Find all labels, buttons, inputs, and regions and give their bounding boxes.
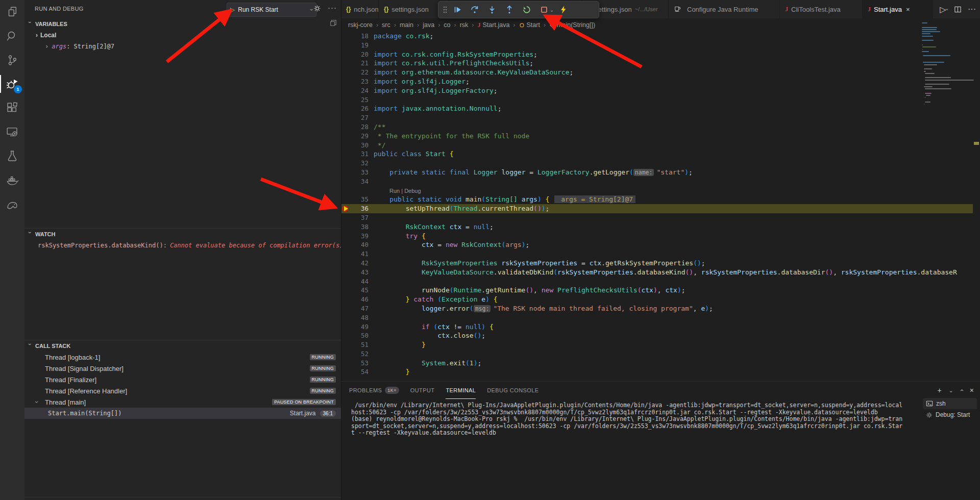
breakpoint-gutter[interactable] <box>341 59 351 68</box>
step-out-icon[interactable] <box>501 3 518 17</box>
close-icon[interactable]: × <box>906 6 910 13</box>
panel-tab-output[interactable]: OUTPUT <box>410 382 435 399</box>
panel-tab-terminal[interactable]: TERMINAL <box>446 382 476 399</box>
watch-expression-row[interactable]: rskSystemProperties.databaseKind():Canno… <box>24 240 341 251</box>
breakpoint-gutter[interactable] <box>341 349 351 359</box>
breakpoint-gutter[interactable] <box>341 77 351 86</box>
breakpoints-section[interactable]: ›BREAKPOINTS <box>24 497 341 500</box>
breakpoint-gutter[interactable] <box>341 177 351 186</box>
views-more-actions-icon[interactable]: ··· <box>328 3 337 12</box>
run-debug-codelens[interactable]: Run | Debug <box>374 188 421 194</box>
breakpoint-gutter[interactable] <box>341 286 351 295</box>
breakpoint-gutter[interactable] <box>341 104 351 113</box>
search-icon[interactable] <box>0 24 24 48</box>
breakpoint-gutter[interactable] <box>341 268 351 277</box>
breakpoint-gutter[interactable] <box>341 340 351 349</box>
breakpoint-gutter[interactable] <box>341 249 351 259</box>
breadcrumb-item[interactable]: main <box>400 21 413 29</box>
step-over-icon[interactable] <box>466 3 483 17</box>
breakpoint-gutter[interactable] <box>341 132 351 141</box>
breakpoint-gutter[interactable] <box>341 95 351 105</box>
launch-config-dropdown[interactable]: ▷ Run RSK Start › <box>227 3 316 17</box>
breadcrumb-item[interactable]: java <box>423 21 434 29</box>
breakpoint-gutter[interactable] <box>341 222 351 232</box>
breakpoint-gutter[interactable] <box>341 195 351 204</box>
breakpoint-gutter[interactable] <box>341 122 351 132</box>
debug-settings-gear-icon[interactable] <box>313 5 321 14</box>
call-stack-row[interactable]: Thread [Signal Dispatcher]RUNNING <box>24 363 341 374</box>
remote-explorer-icon[interactable] <box>0 120 24 144</box>
overview-ruler[interactable] <box>973 0 980 381</box>
testing-flask-icon[interactable] <box>0 144 24 168</box>
breakpoint-gutter[interactable] <box>341 295 351 304</box>
breakpoint-gutter[interactable] <box>341 331 351 340</box>
breadcrumb-item[interactable]: co <box>444 21 450 29</box>
variables-scope-local[interactable]: ›Local <box>24 30 341 41</box>
step-into-icon[interactable] <box>483 3 501 17</box>
breakpoint-gutter[interactable] <box>341 359 351 368</box>
stop-options-chevron-icon[interactable]: ⌄ <box>549 3 555 17</box>
breakpoint-gutter[interactable] <box>341 322 351 332</box>
panel-tab-debug-console[interactable]: DEBUG CONSOLE <box>487 382 538 399</box>
breakpoint-gutter[interactable] <box>341 304 351 313</box>
breadcrumb-item[interactable]: Start <box>519 21 540 29</box>
tab-nch-json[interactable]: {}nch.json <box>341 0 379 18</box>
run-file-icon[interactable]: ▷› <box>940 5 948 14</box>
terminal-output[interactable]: /usr/bin/env /Library/Internet\ Plug-Ins… <box>351 402 917 437</box>
run-and-debug-icon[interactable]: 1 <box>0 72 24 96</box>
panel-tab-problems[interactable]: PROBLEMS1K+ <box>349 382 399 399</box>
breakpoint-gutter[interactable] <box>341 68 351 77</box>
breadcrumb-item[interactable]: JStart.java <box>478 21 510 29</box>
breakpoint-gutter[interactable] <box>341 259 351 268</box>
breakpoint-gutter[interactable] <box>341 32 351 41</box>
tab-configure-java-runtime[interactable]: Configure Java Runtime <box>669 0 780 18</box>
variable-row[interactable]: ›args: String[2]@7 <box>24 41 341 52</box>
breakpoint-gutter[interactable] <box>341 41 351 50</box>
breakpoint-gutter[interactable] <box>341 159 351 168</box>
breadcrumb-item[interactable]: src <box>382 21 390 29</box>
breakpoint-gutter[interactable] <box>341 149 351 159</box>
breakpoint-gutter[interactable] <box>341 204 351 213</box>
watch-header[interactable]: ›WATCH <box>24 229 341 240</box>
extensions-icon[interactable] <box>0 96 24 120</box>
explorer-icon[interactable] <box>0 0 24 24</box>
minimap[interactable] <box>922 22 973 114</box>
terminal-instance-zsh[interactable]: zsh <box>923 398 977 409</box>
maximize-panel-icon[interactable]: › <box>961 387 963 394</box>
close-panel-icon[interactable]: × <box>970 386 974 394</box>
call-stack-header[interactable]: ›CALL STACK <box>24 340 341 352</box>
breakpoint-gutter[interactable] <box>341 186 351 195</box>
restart-icon[interactable] <box>518 3 535 17</box>
tab-clitoolstest-java[interactable]: JCliToolsTest.java <box>780 0 863 18</box>
start-debug-icon[interactable]: ▷ <box>230 6 235 13</box>
hot-code-replace-icon[interactable] <box>555 3 572 17</box>
split-editor-icon[interactable] <box>954 6 962 13</box>
tab-start-java[interactable]: JStart.java× <box>863 0 933 18</box>
terminal-instance-debug-start[interactable]: Debug: Start <box>923 409 977 420</box>
breakpoint-gutter[interactable] <box>341 50 351 59</box>
breakpoint-gutter[interactable] <box>341 367 351 377</box>
call-stack-row[interactable]: Thread [Reference Handler]RUNNING <box>24 385 341 396</box>
continue-icon[interactable] <box>449 3 466 17</box>
source-control-icon[interactable] <box>0 48 24 72</box>
breakpoint-gutter[interactable] <box>341 277 351 286</box>
docker-icon[interactable] <box>0 168 24 192</box>
breakpoints-header[interactable]: ›BREAKPOINTS <box>24 497 341 500</box>
breakpoint-gutter[interactable] <box>341 313 351 322</box>
code-lines[interactable]: 18package co.rsk;1920import co.rsk.confi… <box>341 32 973 381</box>
toolbar-drag-handle[interactable] <box>442 3 449 17</box>
breakpoint-gutter[interactable] <box>341 86 351 95</box>
breakpoint-gutter[interactable] <box>341 232 351 241</box>
gradle-elephant-icon[interactable] <box>0 192 24 216</box>
breadcrumb-item[interactable]: rsk <box>460 21 469 29</box>
terminal-dropdown-icon[interactable]: ⌄ <box>949 387 953 394</box>
call-stack-row[interactable]: ›Thread [main]PAUSED ON BREAKPOINT <box>24 396 341 408</box>
breakpoint-gutter[interactable] <box>341 113 351 122</box>
breadcrumb-item[interactable]: main(String[]) <box>549 21 595 29</box>
breakpoint-gutter[interactable] <box>341 240 351 249</box>
variables-header[interactable]: ›VARIABLES <box>24 18 341 30</box>
new-terminal-icon[interactable]: + <box>937 386 941 394</box>
breakpoint-gutter[interactable] <box>341 141 351 150</box>
breadcrumb-item[interactable]: rskj-core <box>348 21 373 29</box>
breakpoint-gutter[interactable] <box>341 213 351 222</box>
